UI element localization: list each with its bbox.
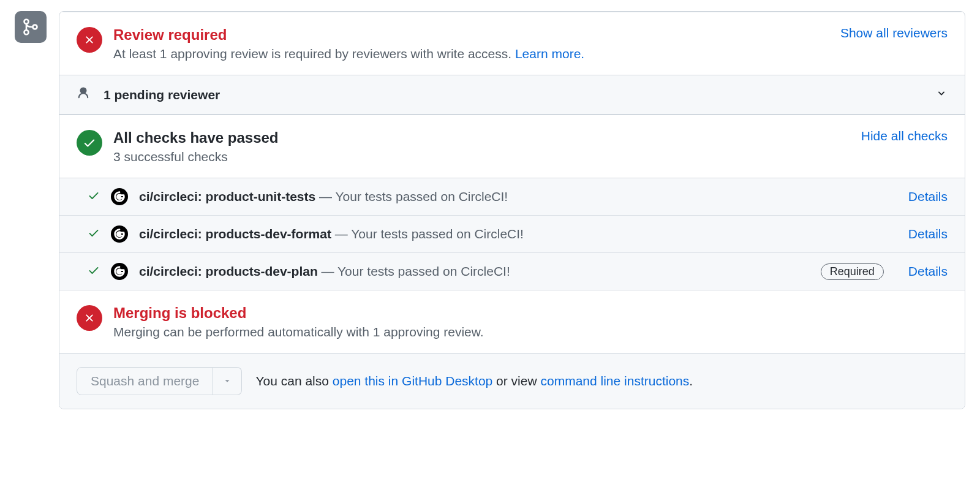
merging-blocked-section: Merging is blocked Merging can be perfor…: [59, 290, 965, 353]
check-icon: [88, 227, 100, 242]
checks-passed-title: All checks have passed: [113, 129, 278, 147]
person-icon: [77, 86, 90, 103]
check-message: — Your tests passed on CircleCI!: [331, 227, 524, 241]
check-details-link[interactable]: Details: [908, 264, 948, 279]
squash-and-merge-button[interactable]: Squash and merge: [77, 367, 213, 395]
git-merge-icon: [15, 11, 47, 43]
check-name: ci/circleci: product-unit-tests: [139, 189, 315, 203]
checks-list: ci/circleci: product-unit-tests — Your t…: [59, 178, 965, 290]
pending-reviewer-toggle[interactable]: 1 pending reviewer: [59, 75, 965, 115]
chevron-down-icon: [935, 87, 948, 102]
merging-blocked-title: Merging is blocked: [113, 304, 484, 322]
triangle-down-icon: [223, 377, 232, 385]
check-name: ci/circleci: products-dev-plan: [139, 264, 318, 278]
merge-options-caret[interactable]: [213, 367, 242, 395]
required-badge: Required: [821, 263, 884, 280]
merging-blocked-subtitle: Merging can be performed automatically w…: [113, 325, 484, 339]
check-message: — Your tests passed on CircleCI!: [318, 264, 510, 278]
check-details-link[interactable]: Details: [908, 189, 948, 204]
check-icon: [88, 189, 100, 205]
footer-text: You can also open this in GitHub Desktop…: [255, 374, 693, 388]
check-name: ci/circleci: products-dev-format: [139, 227, 331, 241]
check-message: — Your tests passed on CircleCI!: [315, 189, 508, 203]
review-required-section: Show all reviewers Review required At le…: [59, 12, 965, 75]
check-icon: [88, 264, 100, 279]
circleci-icon: [111, 225, 128, 243]
review-required-subtitle: At least 1 approving review is required …: [113, 47, 584, 61]
pending-reviewer-label: 1 pending reviewer: [104, 88, 220, 102]
check-icon: [77, 130, 102, 156]
svg-point-1: [24, 30, 29, 34]
check-details-link[interactable]: Details: [908, 227, 948, 241]
show-all-reviewers-link[interactable]: Show all reviewers: [840, 26, 948, 40]
svg-point-0: [24, 20, 29, 24]
svg-point-2: [33, 25, 37, 29]
review-required-title: Review required: [113, 26, 584, 44]
merge-status-panel: Show all reviewers Review required At le…: [59, 11, 965, 409]
circleci-icon: [111, 188, 128, 205]
circleci-icon: [111, 263, 128, 280]
merge-footer: Squash and merge You can also open this …: [59, 353, 965, 409]
check-row: ci/circleci: products-dev-format — Your …: [59, 215, 965, 252]
check-row: ci/circleci: product-unit-tests — Your t…: [59, 178, 965, 215]
check-row: ci/circleci: products-dev-plan — Your te…: [59, 252, 965, 290]
learn-more-link[interactable]: Learn more.: [515, 47, 584, 61]
x-icon: [77, 305, 102, 331]
x-icon: [77, 27, 102, 53]
command-line-instructions-link[interactable]: command line instructions: [540, 374, 689, 388]
checks-passed-subtitle: 3 successful checks: [113, 149, 278, 164]
hide-all-checks-link[interactable]: Hide all checks: [861, 129, 948, 143]
checks-summary-section: Hide all checks All checks have passed 3…: [59, 115, 965, 178]
open-github-desktop-link[interactable]: open this in GitHub Desktop: [333, 374, 492, 388]
